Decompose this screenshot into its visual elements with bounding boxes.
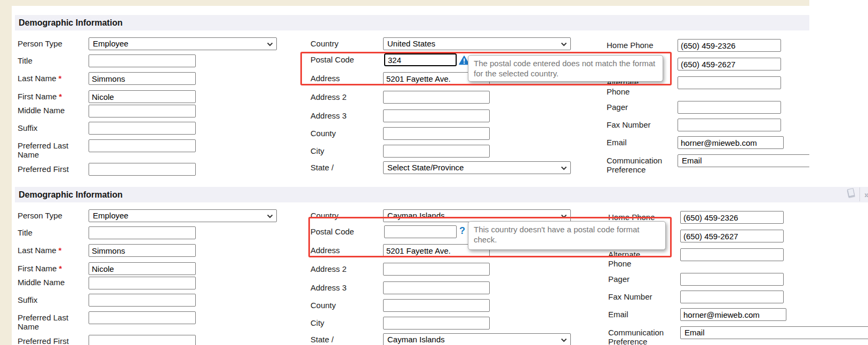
city-input[interactable] <box>383 145 490 158</box>
county-input[interactable] <box>383 299 490 312</box>
middle-name-input[interactable] <box>89 105 196 117</box>
state-province-value: Cayman Islands <box>387 335 445 344</box>
person-type-select[interactable]: Employee <box>89 209 277 222</box>
person-type-select[interactable]: Employee <box>89 37 277 50</box>
demographic-panel-bottom: Demographic Information » Person Type Em… <box>0 178 868 345</box>
suffix-input[interactable] <box>89 294 196 307</box>
section-title: Demographic Information <box>19 187 123 202</box>
county-input[interactable] <box>383 127 490 140</box>
middle-name-label: Middle Name <box>18 278 65 287</box>
address2-label: Address 2 <box>310 264 347 273</box>
address3-input[interactable] <box>383 109 490 122</box>
fax-number-label: Fax Number <box>607 120 651 129</box>
pager-label: Pager <box>608 275 630 284</box>
preferred-first-input[interactable] <box>89 163 196 176</box>
title-label: Title <box>18 228 33 237</box>
person-type-value: Employee <box>93 211 129 220</box>
email-input[interactable] <box>678 136 784 149</box>
communication-preference-value: Email <box>682 156 702 165</box>
phone2-input[interactable] <box>678 58 781 70</box>
country-label: Country <box>310 211 339 220</box>
middle-name-label: Middle Name <box>18 106 65 115</box>
address-label: Address <box>310 246 340 255</box>
last-name-label: Last Name* <box>18 74 61 83</box>
title-label: Title <box>18 56 33 65</box>
header-divider <box>859 187 860 201</box>
postal-code-tooltip: The postal code entered does not match t… <box>468 55 663 82</box>
pager-input[interactable] <box>680 273 784 286</box>
country-label: Country <box>310 39 339 48</box>
preferred-last-name-input[interactable] <box>89 311 196 324</box>
last-name-input[interactable] <box>89 244 196 257</box>
country-value: Cayman Islands <box>387 211 445 220</box>
city-label: City <box>310 146 324 155</box>
preferred-last-name-input[interactable] <box>89 139 196 152</box>
address3-label: Address 3 <box>310 111 347 120</box>
preferred-first-label: Preferred First <box>18 164 81 174</box>
city-input[interactable] <box>383 317 490 330</box>
alternate-phone-label: Alternate Phone <box>608 250 651 268</box>
address-label: Address <box>310 74 340 83</box>
chevron-down-icon <box>561 42 567 46</box>
required-asterisk: * <box>59 92 62 101</box>
required-asterisk: * <box>59 246 62 255</box>
first-name-label: First Name* <box>18 264 62 273</box>
state-province-select[interactable]: Select State/Province <box>383 161 571 174</box>
postal-code-label: Postal Code <box>310 227 354 236</box>
demographic-panel-top: Demographic Information Person Type Empl… <box>0 0 809 178</box>
email-input[interactable] <box>680 308 786 321</box>
alternate-phone-input[interactable] <box>678 76 781 89</box>
county-label: County <box>310 129 336 138</box>
tooltip-text: This country doesn't have a postal code … <box>474 225 640 244</box>
postal-code-input[interactable] <box>384 225 457 238</box>
communication-preference-select[interactable]: Email <box>678 154 809 167</box>
postal-code-input[interactable] <box>384 53 457 66</box>
fax-number-input[interactable] <box>678 119 781 131</box>
county-label: County <box>310 301 336 310</box>
chevron-down-icon <box>561 338 567 342</box>
pager-input[interactable] <box>678 101 781 114</box>
home-phone-input[interactable] <box>680 211 784 224</box>
home-phone-label: Home Phone <box>608 213 655 222</box>
home-phone-label: Home Phone <box>607 41 654 50</box>
middle-name-input[interactable] <box>89 277 196 289</box>
address2-input[interactable] <box>383 263 490 276</box>
tooltip-text: The postal code entered does not match t… <box>474 59 655 78</box>
preferred-first-label: Preferred First <box>18 336 81 345</box>
country-select[interactable]: Cayman Islands <box>383 209 571 222</box>
communication-preference-label: Communication Preference <box>608 328 672 345</box>
address3-input[interactable] <box>383 281 490 294</box>
alternate-phone-input[interactable] <box>680 248 784 261</box>
state-province-label: State / <box>310 163 348 172</box>
postal-code-label: Postal Code <box>310 55 354 64</box>
preferred-last-name-label: Preferred Last Name <box>18 141 81 159</box>
title-input[interactable] <box>89 54 196 67</box>
communication-preference-select[interactable]: Email <box>680 326 868 339</box>
communication-preference-value: Email <box>684 328 705 337</box>
first-name-input[interactable] <box>89 90 196 103</box>
country-select[interactable]: United States <box>383 37 571 50</box>
fax-number-input[interactable] <box>680 291 784 303</box>
last-name-input[interactable] <box>89 72 196 85</box>
country-value: United States <box>387 39 435 48</box>
phone2-input[interactable] <box>680 230 784 242</box>
suffix-input[interactable] <box>89 122 196 135</box>
preferred-first-input[interactable] <box>89 335 196 345</box>
first-name-input[interactable] <box>89 262 196 275</box>
address-book-icon[interactable] <box>845 187 857 200</box>
collapse-chevron-icon[interactable]: » <box>864 190 868 200</box>
communication-preference-label: Communication Preference <box>607 156 671 174</box>
section-title: Demographic Information <box>19 15 123 30</box>
title-input[interactable] <box>89 226 196 239</box>
address3-label: Address 3 <box>310 283 347 292</box>
required-asterisk: * <box>59 74 62 83</box>
chevron-down-icon <box>561 214 567 218</box>
person-type-value: Employee <box>93 39 129 48</box>
state-province-select[interactable]: Cayman Islands <box>383 333 571 345</box>
home-phone-input[interactable] <box>678 39 781 52</box>
fax-number-label: Fax Number <box>608 292 652 301</box>
state-province-value: Select State/Province <box>387 163 464 172</box>
address2-input[interactable] <box>383 91 490 104</box>
preferred-last-name-label: Preferred Last Name <box>18 313 81 331</box>
chevron-down-icon <box>267 42 273 46</box>
